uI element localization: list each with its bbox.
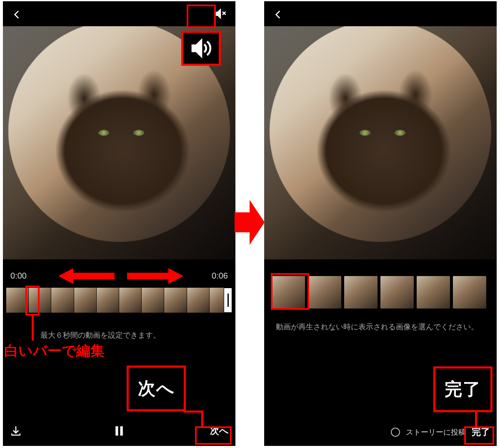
svg-marker-7 <box>127 268 183 284</box>
svg-rect-4 <box>120 426 123 436</box>
header <box>264 1 497 26</box>
thumbnail-option[interactable] <box>380 276 414 309</box>
arrow-right-big <box>235 200 265 245</box>
thumbnail-option[interactable] <box>308 276 342 309</box>
callout-next: 次へ <box>127 366 186 411</box>
back-button[interactable] <box>9 6 25 23</box>
trim-handle-right[interactable] <box>224 288 232 313</box>
callout-next-target <box>195 426 232 445</box>
svg-marker-5 <box>192 40 201 56</box>
callout-bar-label: 白いバーで編集 <box>4 341 105 361</box>
svg-marker-6 <box>58 268 115 284</box>
callout-connector-2a <box>183 411 203 413</box>
callout-mute-box <box>187 5 216 28</box>
circle-crop-mask <box>264 26 497 259</box>
back-button[interactable] <box>270 6 287 23</box>
callout-done-target <box>464 426 494 445</box>
callout-connector-1 <box>32 316 34 341</box>
callout-handle-box <box>25 286 40 316</box>
time-start: 0:00 <box>10 271 27 281</box>
thumb-hint: 動画が再生されない時に表示される画像を選んでください。 <box>276 322 478 332</box>
callout-done: 完了 <box>433 366 492 412</box>
pause-button[interactable] <box>113 424 125 438</box>
callout-selected-thumb <box>271 273 309 310</box>
video-preview[interactable] <box>264 26 497 259</box>
phone-screen-trim: 0:00 0:06 最大６秒間の動画を設定できます。 次へ <box>3 1 235 446</box>
callout-sound-on <box>181 31 221 66</box>
callout-connector-2b <box>201 411 203 428</box>
trim-hint: 最大６秒間の動画を設定できます。 <box>40 330 160 340</box>
trim-filmstrip[interactable] <box>6 288 232 313</box>
thumbnail-option[interactable] <box>417 276 450 309</box>
svg-rect-3 <box>115 426 118 436</box>
svg-marker-0 <box>216 10 220 18</box>
thumbnail-option[interactable] <box>453 276 487 309</box>
callout-connector-3 <box>475 412 477 427</box>
story-radio[interactable] <box>391 428 400 437</box>
thumbnail-option[interactable] <box>344 276 378 309</box>
svg-marker-8 <box>235 200 265 245</box>
download-button[interactable] <box>10 425 22 437</box>
time-end: 0:06 <box>212 271 228 281</box>
drag-arrows <box>58 266 183 286</box>
story-label: ストーリーに投稿 <box>406 427 466 437</box>
